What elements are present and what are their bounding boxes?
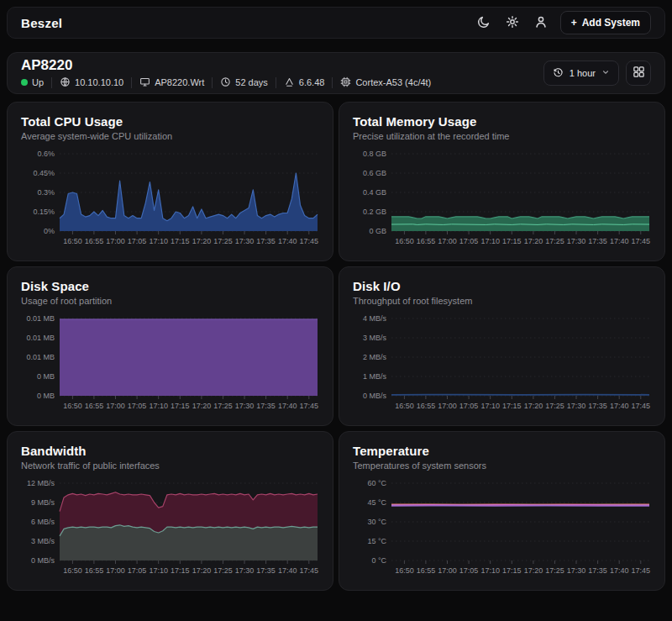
svg-text:17:45: 17:45 [300, 402, 319, 410]
svg-text:0.01 MB: 0.01 MB [26, 353, 55, 361]
svg-text:17:45: 17:45 [632, 237, 651, 245]
theme-toggle-button[interactable] [475, 13, 493, 32]
chart-card-bandwidth: Bandwidth Network traffic of public inte… [7, 431, 333, 591]
svg-text:17:20: 17:20 [192, 237, 212, 245]
svg-text:0.01 MB: 0.01 MB [26, 314, 55, 323]
chart-subtitle: Precise utilization at the recorded time [353, 131, 651, 141]
disk-space-chart[interactable]: 0.01 MB0.01 MB0.01 MB0 MB0 MB16:5016:551… [21, 312, 319, 423]
memory-usage-chart[interactable]: 0.8 GB0.6 GB0.4 GB0.2 GB0 GB16:5016:5517… [353, 147, 651, 258]
svg-text:17:15: 17:15 [171, 566, 190, 575]
user-menu-button[interactable] [532, 13, 550, 32]
header: Beszel + Add System [7, 7, 665, 39]
cpu-usage-chart[interactable]: 0.6%0.45%0.3%0.15%0%16:5016:5517:0017:05… [21, 147, 319, 258]
svg-text:17:20: 17:20 [524, 402, 543, 410]
svg-text:0.2 GB: 0.2 GB [363, 208, 386, 216]
agent-version-icon [284, 76, 295, 89]
hostname: AP8220.Wrt [139, 76, 204, 89]
svg-text:17:25: 17:25 [545, 237, 564, 245]
svg-text:17:00: 17:00 [438, 566, 457, 575]
add-system-button[interactable]: + Add System [560, 11, 651, 34]
svg-text:0 MB: 0 MB [37, 372, 55, 381]
svg-text:0.4 GB: 0.4 GB [363, 188, 386, 197]
svg-text:17:20: 17:20 [192, 402, 212, 410]
svg-text:0.45%: 0.45% [33, 169, 55, 177]
add-system-label: Add System [582, 17, 640, 29]
svg-text:17:00: 17:00 [438, 402, 457, 410]
svg-text:17:10: 17:10 [149, 237, 168, 245]
svg-text:17:10: 17:10 [480, 237, 500, 245]
svg-text:17:25: 17:25 [213, 402, 233, 410]
svg-text:17:05: 17:05 [459, 402, 479, 410]
svg-text:45 °C: 45 °C [367, 498, 386, 507]
layout-toggle-button[interactable] [626, 61, 651, 86]
monitor-icon [139, 76, 150, 89]
svg-text:17:25: 17:25 [545, 402, 564, 410]
agent-version: 6.6.48 [284, 76, 325, 89]
cpu-model: Cortex-A53 (4c/4t) [340, 76, 431, 89]
svg-text:0 °C: 0 °C [371, 556, 386, 565]
svg-text:17:30: 17:30 [567, 237, 586, 245]
divider [276, 77, 276, 88]
chart-title: Disk I/O [353, 279, 651, 293]
svg-text:16:55: 16:55 [417, 566, 436, 575]
svg-text:17:45: 17:45 [300, 237, 319, 245]
svg-text:0.6%: 0.6% [37, 150, 55, 158]
svg-text:16:50: 16:50 [395, 566, 414, 575]
header-actions: + Add System [475, 11, 651, 34]
svg-text:16:50: 16:50 [395, 402, 414, 410]
uptime: 52 days [220, 76, 268, 89]
chart-title: Temperature [353, 444, 651, 458]
svg-text:17:35: 17:35 [588, 237, 607, 245]
svg-text:17:35: 17:35 [588, 402, 607, 410]
svg-text:16:55: 16:55 [85, 402, 104, 410]
svg-text:17:45: 17:45 [300, 566, 319, 575]
svg-text:16:55: 16:55 [417, 402, 436, 410]
svg-text:0 MB/s: 0 MB/s [31, 556, 55, 565]
time-range-select[interactable]: 1 hour [543, 61, 619, 86]
system-name: AP8220 [21, 58, 431, 72]
status-dot-icon [21, 79, 28, 86]
svg-text:17:25: 17:25 [213, 566, 233, 575]
svg-text:17:30: 17:30 [567, 566, 586, 575]
svg-text:0.6 GB: 0.6 GB [363, 169, 386, 177]
svg-text:17:05: 17:05 [459, 237, 479, 245]
svg-text:17:30: 17:30 [567, 402, 586, 410]
svg-text:16:55: 16:55 [417, 237, 436, 245]
globe-icon [60, 76, 71, 89]
charts-grid: Total CPU Usage Average system-wide CPU … [7, 102, 665, 591]
temperature-chart[interactable]: 60 °C45 °C30 °C15 °C0 °C16:5016:5517:001… [353, 476, 651, 587]
chart-subtitle: Network traffic of public interfaces [21, 460, 319, 471]
divider [332, 77, 333, 88]
svg-text:17:15: 17:15 [502, 566, 522, 575]
svg-text:17:40: 17:40 [610, 402, 629, 410]
bandwidth-chart[interactable]: 12 MB/s9 MB/s6 MB/s3 MB/s0 MB/s16:5016:5… [21, 476, 319, 587]
svg-text:3 MB/s: 3 MB/s [31, 537, 55, 545]
status-badge: Up [21, 77, 44, 87]
svg-text:16:55: 16:55 [85, 237, 104, 245]
svg-text:17:15: 17:15 [171, 237, 190, 245]
svg-text:17:20: 17:20 [524, 566, 543, 575]
system-controls: 1 hour [543, 61, 651, 86]
svg-text:17:10: 17:10 [149, 402, 168, 410]
chart-subtitle: Usage of root partition [21, 296, 319, 306]
chart-card-memory: Total Memory Usage Precise utilization a… [339, 102, 665, 261]
chip-icon [340, 76, 351, 89]
svg-text:17:00: 17:00 [106, 566, 125, 575]
svg-text:17:10: 17:10 [149, 566, 168, 575]
settings-button[interactable] [503, 13, 522, 32]
svg-text:2 MB/s: 2 MB/s [363, 353, 387, 361]
chart-title: Total Memory Usage [353, 114, 651, 129]
svg-text:17:35: 17:35 [588, 566, 607, 575]
svg-text:17:15: 17:15 [171, 402, 190, 410]
svg-text:17:00: 17:00 [106, 402, 125, 410]
chart-card-disk-space: Disk Space Usage of root partition 0.01 … [7, 266, 333, 426]
svg-text:0.15%: 0.15% [33, 208, 55, 216]
svg-text:17:45: 17:45 [632, 402, 651, 410]
svg-text:30 °C: 30 °C [367, 518, 386, 526]
chart-card-temperature: Temperature Temperatures of system senso… [339, 431, 665, 591]
disk-io-chart[interactable]: 4 MB/s3 MB/s2 MB/s1 MB/s0 MB/s16:5016:55… [353, 312, 651, 423]
history-icon [553, 67, 564, 80]
svg-text:0 GB: 0 GB [369, 227, 386, 235]
svg-text:0%: 0% [44, 227, 55, 235]
svg-text:17:10: 17:10 [480, 402, 500, 410]
